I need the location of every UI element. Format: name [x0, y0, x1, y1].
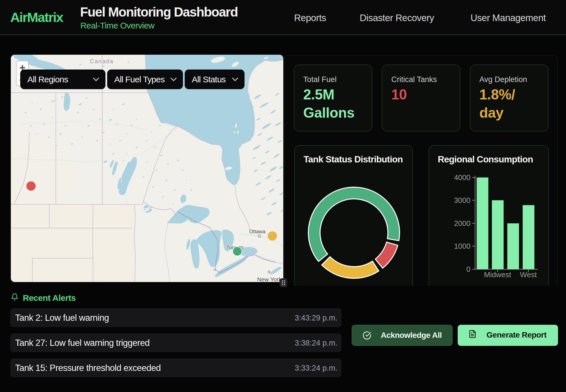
svg-text:2000: 2000 [454, 219, 471, 228]
svg-text:0: 0 [467, 265, 471, 273]
svg-text:West: West [520, 270, 537, 279]
svg-text:4000: 4000 [454, 173, 471, 182]
svg-text:Canada: Canada [90, 58, 114, 64]
svg-text:3000: 3000 [454, 196, 471, 205]
svg-text:New York: New York [257, 276, 282, 282]
svg-text:Midwest: Midwest [484, 270, 511, 279]
svg-text:Ottawa: Ottawa [249, 229, 265, 235]
svg-text:1000: 1000 [454, 242, 471, 250]
